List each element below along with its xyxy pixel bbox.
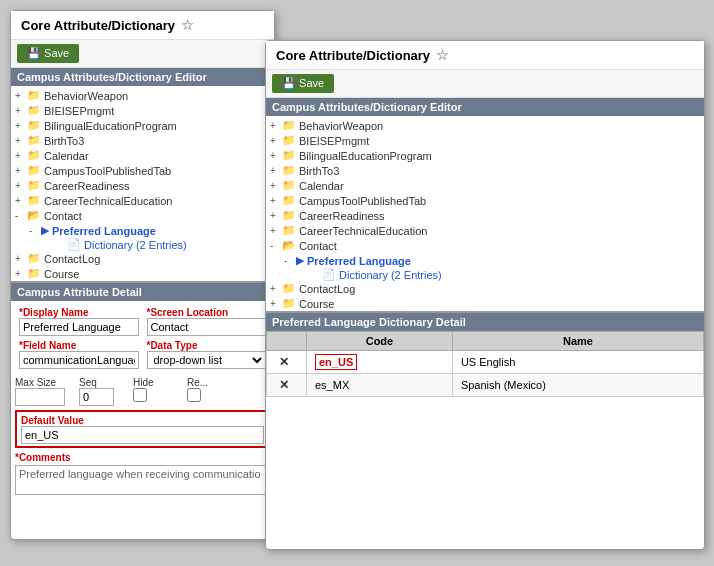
tree-item-career[interactable]: + 📁 CareerReadiness <box>15 178 270 193</box>
w2-tree-item-bieisep[interactable]: + 📁 BIEISEPmgmt <box>270 133 700 148</box>
tree-item-course[interactable]: + 📁 Course <box>15 266 270 281</box>
screen-location-label: *Screen Location <box>147 307 267 318</box>
w2-tree-item-contact[interactable]: - 📂 Contact <box>270 238 700 253</box>
w2-tree-item-campustool[interactable]: + 📁 CampusToolPublishedTab <box>270 193 700 208</box>
w2-tree-item-dict[interactable]: 📄 Dictionary (2 Entries) <box>270 268 700 281</box>
display-name-field: *Display Name <box>15 305 143 338</box>
w2-tree-item-calendar[interactable]: + 📁 Calendar <box>270 178 700 193</box>
delete-cell-es: ✕ <box>267 374 307 397</box>
col-name-header: Name <box>452 332 703 351</box>
code-text-es: es_MX <box>315 379 349 391</box>
window2-toolbar: 💾 Save <box>266 70 704 98</box>
w2-tree-item-career[interactable]: + 📁 CareerReadiness <box>270 208 700 223</box>
tree-item-campustool[interactable]: + 📁 CampusToolPublishedTab <box>15 163 270 178</box>
default-value-label: Default Value <box>21 415 84 426</box>
name-cell-es: Spanish (Mexico) <box>452 374 703 397</box>
size-row: Max Size Seq Hide Re... <box>11 375 274 408</box>
w2-tree-item-preflang[interactable]: - ▶ Preferred Language <box>270 253 700 268</box>
comments-text: Preferred language when receiving commun… <box>19 468 261 480</box>
window1-detail-panel: Campus Attribute Detail *Display Name *S… <box>11 281 274 495</box>
w2-tree-item-contactlog[interactable]: + 📁 ContactLog <box>270 281 700 296</box>
default-value-section: Default Value <box>15 410 270 448</box>
field-name-label: *Field Name <box>19 340 139 351</box>
data-type-label: *Data Type <box>147 340 267 351</box>
tree-item-preflang[interactable]: - ▶ Preferred Language <box>15 223 270 238</box>
w2-tree-item-birthto3[interactable]: + 📁 BirthTo3 <box>270 163 700 178</box>
tree-item-bilingual[interactable]: + 📁 BilingualEducationProgram <box>15 118 270 133</box>
delete-en-button[interactable]: ✕ <box>275 355 293 369</box>
code-cell-en: en_US <box>307 351 453 374</box>
hide-label: Hide <box>133 377 183 388</box>
window1-tree-header: Campus Attributes/Dictionary Editor <box>11 68 274 86</box>
seq-field: Seq <box>79 377 129 406</box>
window2-save-button[interactable]: 💾 Save <box>272 74 334 93</box>
w2-tree-item-bilingual[interactable]: + 📁 BilingualEducationProgram <box>270 148 700 163</box>
window2-star-icon[interactable]: ☆ <box>436 47 449 63</box>
max-size-field: Max Size <box>15 377 75 406</box>
window1: Core Attribute/Dictionary ☆ 💾 Save Campu… <box>10 10 275 540</box>
hide-field: Hide <box>133 377 183 406</box>
w2-arrow-icon: ▶ <box>296 254 304 267</box>
dict-icon: 📄 <box>67 238 81 251</box>
window1-save-icon: 💾 <box>27 47 41 59</box>
tree-item-behavior[interactable]: + 📁 BehaviorWeapon <box>15 88 270 103</box>
dict-detail-header: Preferred Language Dictionary Detail <box>266 313 704 331</box>
window1-title-bar: Core Attribute/Dictionary ☆ <box>11 11 274 40</box>
window2-save-icon: 💾 <box>282 77 296 89</box>
max-size-input[interactable] <box>15 388 65 406</box>
dict-row-en: ✕ en_US US English <box>267 351 704 374</box>
data-type-field: *Data Type drop-down list <box>143 338 271 371</box>
window1-detail-header: Campus Attribute Detail <box>11 283 274 301</box>
window2-tree-header: Campus Attributes/Dictionary Editor <box>266 98 704 116</box>
seq-label: Seq <box>79 377 129 388</box>
field-name-input[interactable] <box>19 351 139 369</box>
window1-star-icon[interactable]: ☆ <box>181 17 194 33</box>
delete-es-button[interactable]: ✕ <box>275 378 293 392</box>
window2-title-bar: Core Attribute/Dictionary ☆ <box>266 41 704 70</box>
data-type-select[interactable]: drop-down list <box>147 351 267 369</box>
name-text-es: Spanish (Mexico) <box>461 379 546 391</box>
window1-tree: + 📁 BehaviorWeapon + 📁 BIEISEPmgmt + 📁 B… <box>11 86 274 281</box>
comments-area: Preferred language when receiving commun… <box>15 465 270 495</box>
hide-checkbox[interactable] <box>133 388 147 402</box>
tree-item-contactlog[interactable]: + 📁 ContactLog <box>15 251 270 266</box>
required-label: Re... <box>187 377 237 388</box>
tree-item-birthto3[interactable]: + 📁 BirthTo3 <box>15 133 270 148</box>
col-actions <box>267 332 307 351</box>
code-link-en[interactable]: en_US <box>315 354 357 370</box>
dict-detail-section: Preferred Language Dictionary Detail Cod… <box>266 311 704 397</box>
display-name-input[interactable] <box>19 318 139 336</box>
max-size-label: Max Size <box>15 377 75 388</box>
screen-location-input[interactable] <box>147 318 267 336</box>
field-name-field: *Field Name <box>15 338 143 371</box>
tree-item-contact[interactable]: - 📂 Contact <box>15 208 270 223</box>
required-field: Re... <box>187 377 237 406</box>
window1-toolbar: 💾 Save <box>11 40 274 68</box>
required-checkbox[interactable] <box>187 388 201 402</box>
window2-tree: + 📁 BehaviorWeapon + 📁 BIEISEPmgmt + 📁 B… <box>266 116 704 311</box>
window1-title: Core Attribute/Dictionary <box>21 18 175 33</box>
name-text-en: US English <box>461 356 515 368</box>
window2: Core Attribute/Dictionary ☆ 💾 Save Campu… <box>265 40 705 550</box>
dict-table: Code Name ✕ en_US US English <box>266 331 704 397</box>
form-grid: *Display Name *Screen Location *Field Na… <box>11 301 274 375</box>
seq-input[interactable] <box>79 388 114 406</box>
default-value-input[interactable] <box>21 426 264 444</box>
col-code-header: Code <box>307 332 453 351</box>
name-cell-en: US English <box>452 351 703 374</box>
tree-item-dict[interactable]: 📄 Dictionary (2 Entries) <box>15 238 270 251</box>
arrow-icon: ▶ <box>41 224 49 237</box>
screen-location-field: *Screen Location <box>143 305 271 338</box>
code-cell-es: es_MX <box>307 374 453 397</box>
tree-item-bieisep[interactable]: + 📁 BIEISEPmgmt <box>15 103 270 118</box>
w2-tree-item-careertech[interactable]: + 📁 CareerTechnicalEducation <box>270 223 700 238</box>
expand-icon: + <box>15 90 25 101</box>
dict-row-es: ✕ es_MX Spanish (Mexico) <box>267 374 704 397</box>
window1-save-button[interactable]: 💾 Save <box>17 44 79 63</box>
w2-tree-item-course[interactable]: + 📁 Course <box>270 296 700 311</box>
delete-cell-en: ✕ <box>267 351 307 374</box>
tree-item-careertech[interactable]: + 📁 CareerTechnicalEducation <box>15 193 270 208</box>
w2-tree-item-behavior[interactable]: + 📁 BehaviorWeapon <box>270 118 700 133</box>
w2-dict-icon: 📄 <box>322 268 336 281</box>
tree-item-calendar[interactable]: + 📁 Calendar <box>15 148 270 163</box>
